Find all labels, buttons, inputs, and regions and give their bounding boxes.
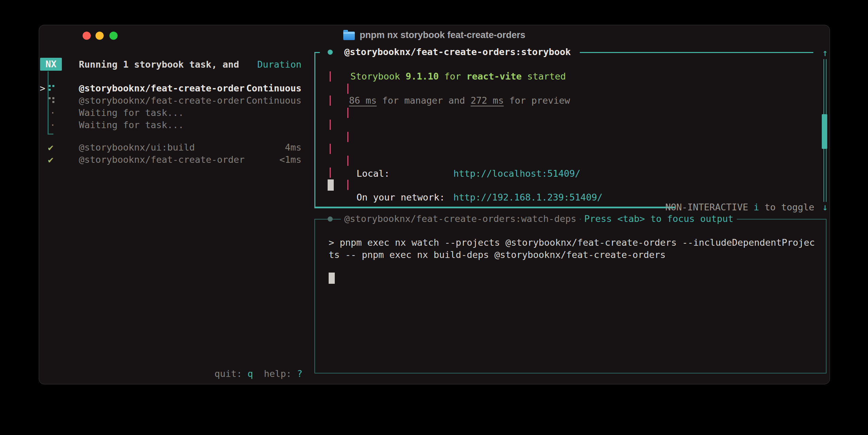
task-list-summary: Running 1 storybook task, and (79, 58, 239, 71)
duration-column-header: Duration (233, 58, 301, 71)
storybook-panel-border-bottom (314, 207, 675, 208)
scroll-down-icon[interactable]: ↓ (819, 201, 831, 213)
task-row[interactable]: Waiting for task... (79, 107, 184, 119)
task-tree-corner (48, 134, 53, 135)
keybinding-bar: quit:qhelp:? (214, 368, 302, 380)
running-task-dot-icon (328, 50, 333, 55)
selected-task-caret: > (40, 82, 45, 94)
watch-command-line-2: ts -- pnpm exec nx build-deps @storybook… (329, 249, 666, 261)
folder-icon (343, 32, 355, 40)
spinner-icon (49, 96, 55, 105)
gutter-bar (330, 120, 331, 130)
preview-time: 272 ms (471, 95, 504, 106)
focus-output-hint: Press <tab> to focus output (581, 213, 737, 225)
title-bar: pnpm nx storybook feat-create-orders (39, 30, 830, 40)
storybook-panel-title: @storybooknx/feat-create-orders:storyboo… (344, 46, 571, 58)
storybook-version: 9.1.10 (406, 71, 439, 82)
completed-task-row[interactable]: @storybooknx/feat-create-order (79, 154, 245, 166)
task-status: Continuous (233, 82, 301, 94)
local-url-link[interactable]: http://localhost:51409/ (453, 168, 580, 180)
task-status: Continuous (233, 94, 301, 107)
gutter-bar (347, 156, 348, 166)
check-icon: ✔ (48, 141, 53, 154)
gutter-bar (330, 144, 331, 154)
storybook-panel-border-stub (314, 52, 320, 53)
mode-label: NON-INTERACTIVE (665, 202, 748, 212)
interactive-mode-status: NON-INTERACTIVEito toggle (644, 201, 814, 213)
task-row[interactable]: @storybooknx/feat-create-order (79, 94, 245, 107)
spinner-icon (49, 84, 55, 93)
task-row[interactable]: @storybooknx/feat-create-order (79, 82, 245, 94)
timing-text: for manager and (377, 95, 470, 106)
watch-command-line-1: > pnpm exec nx watch --projects @storybo… (329, 237, 815, 249)
task-row[interactable]: Waiting for task... (79, 119, 184, 131)
started-text: Storybook (350, 71, 406, 82)
started-text: for (439, 71, 466, 82)
watch-deps-panel-title: @storybooknx/feat-create-orders:watch-de… (341, 213, 580, 225)
completed-task-row[interactable]: @storybooknx/ui:build (79, 141, 195, 154)
gutter-bar (347, 180, 348, 190)
waiting-dot-icon: · (50, 107, 55, 119)
terminal-cursor (328, 179, 334, 191)
help-key: ? (292, 368, 302, 379)
gutter-bar (330, 168, 331, 178)
build-timing-line: 86 ms for manager and 272 ms for preview (349, 94, 570, 107)
help-label: help: (253, 368, 292, 379)
gutter-bar (347, 84, 348, 94)
started-text: started (522, 71, 566, 82)
pending-task-dot-icon (328, 216, 333, 222)
gutter-bar (347, 132, 348, 142)
scroll-up-icon[interactable]: ↑ (819, 47, 831, 59)
local-label: Local: (357, 168, 390, 180)
network-url-link[interactable]: http://192.168.1.239:51409/ (453, 191, 603, 204)
storybook-started-line: Storybook 9.1.10 for react-vite started (350, 70, 566, 83)
toggle-key: i (748, 202, 759, 212)
manager-time: 86 ms (349, 95, 377, 106)
task-duration: <1ms (233, 154, 301, 166)
storybook-builder: react-vite (466, 71, 522, 82)
terminal-window: pnpm nx storybook feat-create-orders NX … (39, 25, 830, 384)
network-label: On your network: (357, 191, 445, 204)
gutter-bar (330, 71, 331, 82)
gutter-bar (330, 95, 331, 106)
storybook-panel-border-top (580, 52, 813, 53)
storybook-panel-border-left (314, 52, 315, 208)
task-duration: 4ms (233, 141, 301, 154)
desktop: pnpm nx storybook feat-create-orders NX … (0, 0, 868, 435)
quit-key: q (242, 368, 253, 379)
gutter-bar (347, 108, 348, 118)
toggle-label: to toggle (759, 202, 814, 212)
waiting-dot-icon: · (50, 119, 55, 131)
window-title: pnpm nx storybook feat-create-orders (360, 30, 525, 40)
scrollbar-thumb[interactable] (822, 114, 827, 149)
check-icon: ✔ (48, 154, 53, 166)
nx-logo: NX (40, 58, 62, 71)
quit-label: quit: (214, 368, 242, 379)
timing-text: for preview (504, 95, 570, 106)
terminal-cursor (329, 273, 335, 284)
